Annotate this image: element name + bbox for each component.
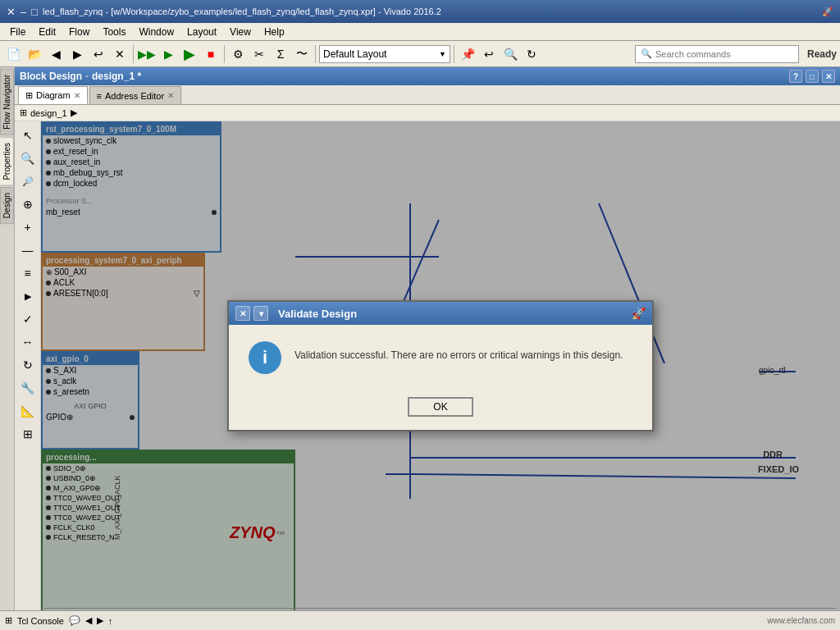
design-canvas[interactable]: rst_processing_system7_0_100M slowest_sy… [41, 121, 840, 610]
titlebar-minimize-icon[interactable]: – [21, 6, 26, 18]
bd-restore-btn[interactable]: □ [806, 70, 819, 83]
dialog-overlay: ✕ ▾ Validate Design 🚀 i Va [41, 121, 840, 610]
dialog-controls: 🚀 [631, 306, 646, 321]
canvas-tools-area: ↖ 🔍 🔎 ⊕ + — ≡ ▶ ✓ ↔ ↻ 🔧 📐 ⊞ [15, 121, 840, 610]
flow-navigator-tab[interactable]: Flow Navigator [0, 69, 14, 135]
bd-titlebar: Block Design - design_1 * ? □ ✕ [15, 67, 840, 85]
layout-dropdown[interactable]: Default Layout [319, 45, 450, 63]
statusbar-back-icon[interactable]: ◀ [85, 615, 92, 626]
tcl-console-label[interactable]: Tcl Console [17, 616, 64, 626]
search-container: 🔍 [635, 45, 799, 63]
menu-layout[interactable]: Layout [180, 25, 223, 39]
tool-auto-connect[interactable]: ↔ [17, 331, 39, 353]
dialog-content: i Validation successful. There are no er… [229, 325, 652, 390]
refresh2-button[interactable]: ↻ [522, 44, 541, 64]
dialog-close-btn[interactable]: ✕ [235, 306, 250, 321]
forward-button[interactable]: ▶ [67, 44, 87, 64]
dialog-footer: OK [229, 390, 652, 430]
titlebar-title: led_flash_zynq - [w/Workspace/zybo_examp… [43, 7, 441, 16]
tool-bus[interactable]: ≡ [17, 262, 39, 284]
tool-zoom-out[interactable]: 🔎 [17, 171, 39, 192]
properties-tab[interactable]: Properties [0, 137, 14, 186]
tool-fit[interactable]: ⊕ [17, 194, 39, 215]
address-editor-tab[interactable]: ≡ Address Editor ✕ [89, 86, 182, 104]
dialog-vivado-icon: 🚀 [631, 306, 646, 321]
titlebar-close-icon[interactable]: ✕ [7, 6, 16, 18]
address-editor-tab-close[interactable]: ✕ [167, 91, 174, 100]
validate-dialog[interactable]: ✕ ▾ Validate Design 🚀 i Va [227, 300, 654, 431]
ready-label: Ready [807, 48, 837, 60]
diagram-tab[interactable]: ⊞ Diagram ✕ [18, 86, 88, 104]
breadcrumb: ⊞ design_1 ▶ [15, 105, 840, 121]
run-button[interactable]: ▶ [180, 44, 199, 64]
statusbar-up-icon[interactable]: ↑ [108, 616, 113, 626]
tool-wire[interactable]: — [17, 240, 39, 261]
separator-4 [454, 45, 454, 63]
breadcrumb-icon: ⊞ [20, 107, 27, 118]
address-editor-tab-icon: ≡ [97, 91, 102, 101]
back-button[interactable]: ◀ [46, 44, 66, 64]
pin-button[interactable]: 📌 [458, 44, 477, 64]
bd-close-btn[interactable]: ✕ [822, 70, 835, 83]
separator-2 [224, 45, 225, 63]
new-button[interactable]: 📄 [3, 44, 23, 64]
tool-run[interactable]: ▶ [17, 285, 39, 307]
toolbar: 📄 📂 ◀ ▶ ↩ ✕ ▶▶ ▶ ▶ ■ ⚙ ✂ Σ 〜 Default Lay… [0, 41, 840, 67]
statusbar: ⊞ Tcl Console 💬 ◀ ▶ ↑ www.elecfans.com [0, 610, 840, 630]
menu-help[interactable]: Help [258, 25, 291, 39]
menu-view[interactable]: View [223, 25, 258, 39]
dialog-message: Validation successful. There are no erro… [294, 341, 623, 363]
zoom-button[interactable]: 🔍 [500, 44, 520, 64]
stop-button[interactable]: ■ [201, 44, 221, 64]
main-area: Flow Navigator Properties Design Block D… [0, 67, 840, 610]
dialog-title: Validate Design [278, 308, 357, 320]
titlebar: ✕ – □ led_flash_zynq - [w/Workspace/zybo… [0, 0, 840, 23]
tool-select[interactable]: ↖ [17, 125, 39, 146]
separator-1 [133, 45, 134, 63]
menu-file[interactable]: File [3, 25, 32, 39]
refresh-button[interactable]: ↩ [89, 44, 108, 64]
tool-debug[interactable]: 🔧 [17, 377, 39, 399]
tool-zoom-in[interactable]: 🔍 [17, 148, 39, 169]
tool-regenerate[interactable]: ↻ [17, 354, 39, 376]
gear-button[interactable]: ⚙ [228, 44, 248, 64]
dialog-titlebar: ✕ ▾ Validate Design 🚀 [229, 302, 652, 325]
breadcrumb-path: design_1 [30, 108, 67, 118]
open-button[interactable]: 📂 [25, 44, 44, 64]
diagram-tab-icon: ⊞ [25, 90, 33, 101]
wave-button[interactable]: 〜 [292, 44, 312, 64]
diagram-tab-close[interactable]: ✕ [74, 91, 80, 100]
search-input[interactable] [655, 49, 793, 59]
arrow-button[interactable]: ↩ [479, 44, 499, 64]
menu-flow[interactable]: Flow [62, 25, 96, 39]
close-tb-button[interactable]: ✕ [110, 44, 130, 64]
design-tab[interactable]: Design [0, 187, 14, 224]
block-design-panel: Block Design - design_1 * ? □ ✕ ⊞ Diagra… [15, 67, 840, 610]
bd-question-btn[interactable]: ? [789, 70, 802, 83]
tool-validate[interactable]: ✓ [17, 308, 39, 330]
ok-button[interactable]: OK [408, 397, 473, 417]
synth-button[interactable]: ▶▶ [137, 44, 157, 64]
tool-hierarchy[interactable]: ⊞ [17, 423, 39, 445]
menu-tools[interactable]: Tools [96, 25, 132, 39]
bd-controls: ? □ ✕ [789, 70, 835, 83]
dialog-dropdown-btn[interactable]: ▾ [253, 306, 268, 321]
tools-panel: ↖ 🔍 🔎 ⊕ + — ≡ ▶ ✓ ↔ ↻ 🔧 📐 ⊞ [15, 121, 41, 610]
statusbar-forward-icon[interactable]: ▶ [97, 615, 103, 626]
sigma-button[interactable]: Σ [271, 44, 290, 64]
bd-tab-name: design_1 * [92, 71, 141, 82]
cut-button[interactable]: ✂ [249, 44, 269, 64]
address-editor-tab-label: Address Editor [105, 91, 164, 101]
impl-button[interactable]: ▶ [158, 44, 178, 64]
bd-title: Block Design [20, 71, 82, 82]
statusbar-icon: ⊞ [5, 615, 12, 626]
dialog-info-icon: i [249, 341, 281, 374]
statusbar-chat-icon[interactable]: 💬 [69, 615, 80, 626]
menu-window[interactable]: Window [132, 25, 180, 39]
vertical-sidebar: Flow Navigator Properties Design [0, 67, 15, 610]
menu-edit[interactable]: Edit [32, 25, 62, 39]
tool-add[interactable]: + [17, 217, 39, 238]
titlebar-maximize-icon[interactable]: □ [31, 6, 38, 18]
breadcrumb-arrow: ▶ [71, 107, 77, 118]
tool-address[interactable]: 📐 [17, 400, 39, 422]
